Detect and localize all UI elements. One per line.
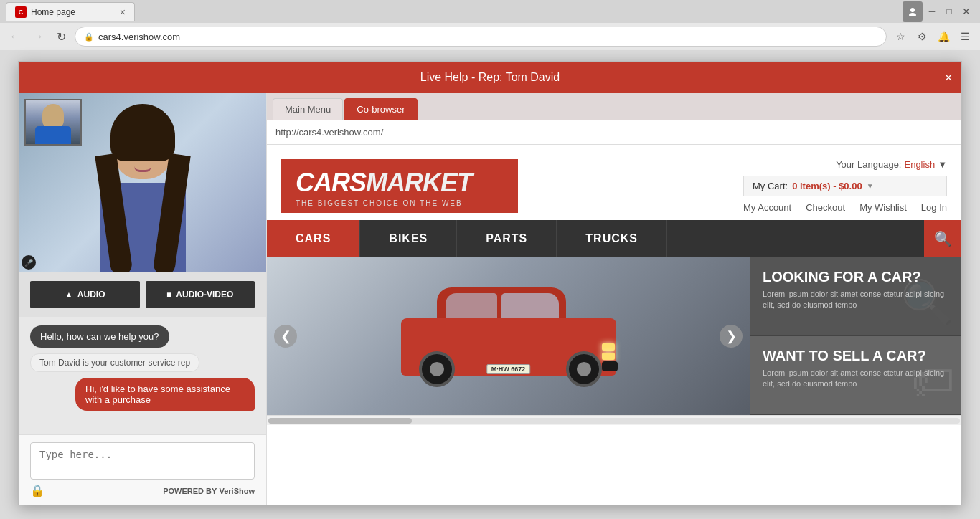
site-nav: CARS BIKES PARTS TRUCKS 🔍	[267, 220, 961, 257]
logo-market: MARKET	[366, 168, 472, 197]
video-section: 🎤	[19, 93, 266, 272]
bookmark-btn[interactable]: ☆	[891, 27, 910, 46]
close-btn[interactable]: ✕	[958, 5, 974, 18]
rep-shirt	[35, 126, 71, 144]
audio-btn-label: AUDIO	[77, 290, 105, 300]
car-shape: M·HW 6672	[387, 282, 631, 390]
chat-user-message: Hi, i'd like to have some assistance wit…	[85, 384, 230, 405]
site-header-links: My Account Checkout My Wishlist Log In	[743, 202, 947, 213]
hero-section: M·HW 6672 ❮ ❯ LOOKING	[267, 257, 961, 415]
audio-btn[interactable]: ▲ AUDIO	[30, 281, 140, 308]
hero-card-sell-title: WANT TO SELL A CAR?	[763, 348, 948, 363]
video-controls: ▲ AUDIO ■ AUDIO-VIDEO	[19, 272, 266, 317]
hero-next-btn[interactable]: ❯	[720, 325, 743, 348]
hero-card-buy-title: LOOKING FOR A CAR?	[763, 269, 948, 285]
reload-btn[interactable]: ↻	[52, 27, 70, 46]
video-icon: ■	[166, 290, 171, 300]
svg-point-1	[909, 13, 916, 16]
chat-system-bubble: Hello, how can we help you?	[30, 325, 169, 348]
audio-video-btn-label: AUDIO-VIDEO	[176, 290, 233, 300]
headlight-top	[602, 343, 615, 351]
forward-btn[interactable]: →	[29, 27, 47, 46]
address-text: cars4.verishow.com	[98, 32, 180, 42]
rep-face	[26, 100, 80, 144]
maximize-btn[interactable]: □	[941, 5, 957, 18]
my-wishlist-link[interactable]: My Wishlist	[859, 202, 907, 213]
modal-title: Live Help - Rep: Tom David	[420, 71, 560, 84]
log-in-link[interactable]: Log In	[921, 202, 947, 213]
cart-arrow-icon: ▼	[867, 182, 874, 190]
menu-btn[interactable]: ☰	[956, 27, 974, 46]
chat-rep-info: Tom David is your customer service rep	[30, 353, 199, 372]
site-header-right: Your Language: English ▼ My Cart: 0 item…	[743, 159, 947, 213]
audio-icon: ▲	[65, 290, 73, 300]
minimize-btn[interactable]: ─	[924, 5, 940, 18]
browser-tab[interactable]: C Home page ×	[6, 2, 135, 21]
language-selector: Your Language: English ▼	[743, 159, 947, 170]
svg-point-0	[910, 8, 915, 12]
rep-head	[42, 104, 64, 129]
nav-item-cars[interactable]: CARS	[267, 220, 360, 257]
h-scrollbar-thumb[interactable]	[268, 418, 412, 424]
chrome-user-icon	[903, 1, 923, 22]
car-grill	[602, 361, 618, 371]
chat-footer: 🔒 POWERED BY VeriShow	[30, 484, 255, 497]
language-dropdown-icon[interactable]: ▼	[938, 159, 947, 170]
chat-input[interactable]	[30, 442, 255, 480]
website-content[interactable]: CARSMARKET THE BIGGEST CHOICE ON THE WEB…	[267, 145, 961, 505]
chrome-settings-btn[interactable]: ⚙	[913, 27, 931, 46]
h-scrollbar-track	[268, 418, 960, 424]
site-logo[interactable]: CARSMARKET THE BIGGEST CHOICE ON THE WEB	[281, 159, 518, 213]
chat-area: Hello, how can we help you? Tom David is…	[19, 317, 266, 434]
cobrowser-url-bar[interactable]: http://cars4.verishow.com/	[267, 120, 961, 145]
rep-video-feed	[24, 99, 82, 146]
headlight-bottom	[602, 353, 615, 360]
logo-tagline: THE BIGGEST CHOICE ON THE WEB	[296, 199, 504, 207]
chat-system-message: Hello, how can we help you?	[40, 331, 159, 342]
modal-container: Live Help - Rep: Tom David ×	[0, 50, 980, 519]
security-lock-icon: 🔒	[30, 484, 44, 497]
woman-hair	[110, 104, 175, 161]
search-btn[interactable]: 🔍	[924, 220, 961, 257]
live-help-modal: Live Help - Rep: Tom David ×	[18, 61, 962, 505]
car-wheel-front	[566, 351, 602, 387]
checkout-link[interactable]: Checkout	[806, 202, 845, 213]
chat-input-area: 🔒 POWERED BY VeriShow	[19, 434, 266, 505]
address-lock-icon: 🔒	[84, 32, 94, 42]
logo-text: CARSMARKET	[296, 168, 504, 198]
car-headlights	[602, 343, 615, 360]
logo-cars: CARS	[296, 168, 366, 197]
hero-card-sell[interactable]: WANT TO SELL A CAR? Lorem ipsum dolor si…	[750, 336, 961, 415]
nav-item-trucks[interactable]: TRUCKS	[557, 220, 667, 257]
horizontal-scrollbar[interactable]	[267, 415, 961, 425]
hero-card-buy-text: Lorem ipsum dolor sit amet conse ctetur …	[763, 289, 948, 311]
tab-close-btn[interactable]: ×	[120, 6, 126, 18]
my-account-link[interactable]: My Account	[743, 202, 791, 213]
tab-favicon: C	[15, 6, 27, 18]
cart-value: 0 item(s) - $0.00	[792, 181, 862, 191]
modal-close-btn[interactable]: ×	[944, 70, 953, 85]
search-icon: 🔍	[934, 230, 952, 247]
back-btn[interactable]: ←	[6, 27, 24, 46]
language-link[interactable]: English	[904, 159, 935, 170]
modal-body: 🎤 ▲ AUDIO ■ AUDIO-VIDEO	[19, 93, 961, 505]
hero-card-sell-text: Lorem ipsum dolor sit amet conse ctetur …	[763, 368, 948, 390]
audio-video-btn[interactable]: ■ AUDIO-VIDEO	[146, 281, 255, 308]
cart-label: My Cart:	[753, 181, 788, 191]
language-label: Your Language:	[836, 159, 901, 170]
mic-mute-btn[interactable]: 🎤	[22, 255, 36, 270]
notification-btn[interactable]: 🔔	[934, 27, 953, 46]
tab-main-menu[interactable]: Main Menu	[273, 98, 343, 120]
cobrowser-tabs: Main Menu Co-browser	[267, 93, 961, 120]
modal-header: Live Help - Rep: Tom David ×	[19, 62, 961, 93]
nav-item-parts[interactable]: PARTS	[457, 220, 557, 257]
hero-card-buy[interactable]: LOOKING FOR A CAR? Lorem ipsum dolor sit…	[750, 257, 961, 336]
tab-cobrowser[interactable]: Co-browser	[344, 98, 417, 120]
hero-prev-btn[interactable]: ❮	[274, 325, 297, 348]
car-wheel-rear	[419, 351, 455, 387]
cart-selector[interactable]: My Cart: 0 item(s) - $0.00 ▼	[743, 176, 947, 196]
cobrowser-url-text: http://cars4.verishow.com/	[275, 127, 383, 138]
address-bar[interactable]: 🔒 cars4.verishow.com	[75, 27, 887, 47]
chat-user-bubble: Hi, i'd like to have some assistance wit…	[75, 378, 255, 411]
nav-item-bikes[interactable]: BIKES	[360, 220, 457, 257]
